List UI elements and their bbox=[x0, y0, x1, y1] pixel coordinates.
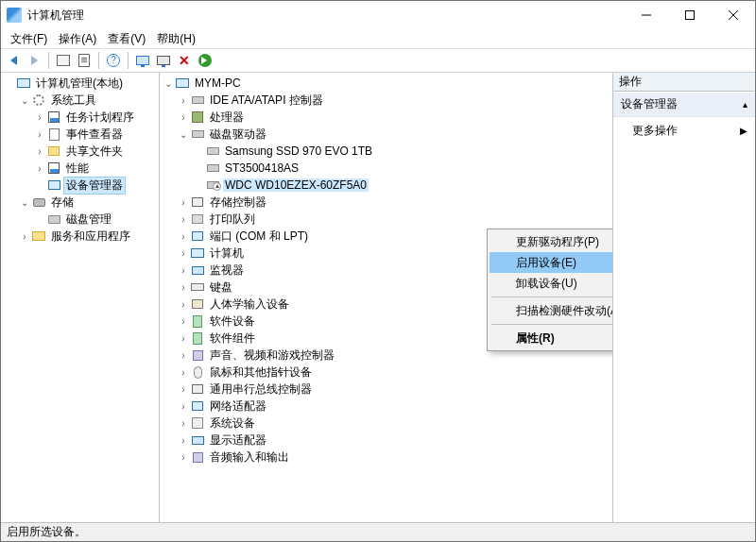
uninstall-button[interactable]: ✕ bbox=[176, 52, 193, 69]
properties-button[interactable] bbox=[76, 52, 93, 69]
ide-icon bbox=[192, 96, 204, 104]
sound-icon bbox=[193, 350, 203, 361]
tree-services-apps[interactable]: ›服务和应用程序 bbox=[18, 228, 159, 245]
svg-rect-1 bbox=[686, 11, 695, 20]
tree-storage[interactable]: ⌄存储 bbox=[18, 194, 159, 211]
menu-view[interactable]: 查看(V) bbox=[102, 31, 151, 47]
cat-print-queues[interactable]: ›打印队列 bbox=[177, 211, 612, 228]
performance-icon bbox=[48, 162, 60, 174]
enable-button[interactable] bbox=[155, 52, 172, 69]
drive-icon bbox=[207, 147, 219, 155]
hid-icon bbox=[192, 299, 203, 309]
toolbar: ? ✕ bbox=[1, 48, 755, 73]
actions-header: 操作 bbox=[613, 73, 755, 92]
storage-icon bbox=[33, 198, 45, 207]
storage-ctrl-icon bbox=[192, 197, 203, 207]
device-tree[interactable]: ⌄MYM-PC ›IDE ATA/ATAPI 控制器 ›处理器 ⌄磁盘驱动器 ›… bbox=[160, 73, 613, 522]
system-devices-icon bbox=[192, 417, 203, 429]
port-icon bbox=[192, 231, 203, 241]
cat-ide[interactable]: ›IDE ATA/ATAPI 控制器 bbox=[177, 92, 612, 109]
cat-display[interactable]: ›显示适配器 bbox=[177, 432, 612, 449]
cm-update-driver[interactable]: 更新驱动程序(P) bbox=[490, 231, 613, 252]
status-text: 启用所选设备。 bbox=[7, 524, 86, 540]
close-button[interactable] bbox=[712, 1, 755, 29]
forward-button[interactable] bbox=[26, 52, 43, 69]
disk-drives-icon bbox=[192, 130, 204, 138]
cat-storage-ctrl[interactable]: ›存储控制器 bbox=[177, 194, 612, 211]
cat-network[interactable]: ›网络适配器 bbox=[177, 398, 612, 415]
tree-disk-management[interactable]: ›磁盘管理 bbox=[33, 211, 159, 228]
drive-icon bbox=[207, 164, 219, 172]
cpu-icon bbox=[192, 111, 203, 123]
cm-separator bbox=[491, 324, 613, 325]
shared-folders-icon bbox=[48, 146, 60, 156]
maximize-button[interactable] bbox=[668, 1, 712, 29]
back-button[interactable] bbox=[5, 52, 22, 69]
tree-root[interactable]: ▸ 计算机管理(本地) bbox=[3, 75, 159, 92]
services-icon bbox=[32, 231, 45, 241]
sw-component-icon bbox=[193, 332, 202, 345]
device-manager-icon bbox=[48, 180, 60, 190]
menu-help[interactable]: 帮助(H) bbox=[151, 31, 201, 47]
monitor-icon bbox=[192, 266, 204, 275]
drive-disabled-icon bbox=[207, 181, 219, 189]
tree-event-viewer[interactable]: ›事件查看器 bbox=[33, 126, 159, 143]
pc-icon bbox=[176, 78, 189, 88]
actions-section-label: 设备管理器 bbox=[621, 96, 678, 112]
cat-usb[interactable]: ›通用串行总线控制器 bbox=[177, 381, 612, 398]
cat-mouse[interactable]: ›鼠标和其他指针设备 bbox=[177, 364, 612, 381]
task-scheduler-icon bbox=[48, 111, 60, 123]
chevron-up-icon: ▴ bbox=[743, 99, 747, 110]
keyboard-icon bbox=[191, 283, 204, 291]
actions-more[interactable]: 更多操作 ▶ bbox=[613, 117, 755, 144]
event-viewer-icon bbox=[49, 128, 60, 141]
printer-icon bbox=[192, 214, 203, 224]
app-icon bbox=[7, 8, 22, 23]
cat-disk-drives[interactable]: ⌄磁盘驱动器 bbox=[177, 126, 612, 143]
mouse-icon bbox=[194, 366, 202, 379]
update-driver-button[interactable] bbox=[197, 52, 214, 69]
scan-button[interactable] bbox=[134, 52, 151, 69]
cat-audio-io[interactable]: ›音频输入和输出 bbox=[177, 449, 612, 466]
actions-more-label: 更多操作 bbox=[632, 123, 678, 139]
statusbar: 启用所选设备。 bbox=[1, 522, 755, 541]
sw-device-icon bbox=[193, 315, 202, 328]
actions-pane: 操作 设备管理器 ▴ 更多操作 ▶ bbox=[613, 73, 755, 522]
computer-icon bbox=[191, 248, 204, 258]
chevron-right-icon: ▶ bbox=[740, 126, 747, 136]
tree-device-manager[interactable]: ›设备管理器 bbox=[33, 177, 159, 194]
cm-uninstall-device[interactable]: 卸载设备(U) bbox=[490, 273, 613, 294]
network-icon bbox=[192, 401, 203, 411]
actions-section-device-manager[interactable]: 设备管理器 ▴ bbox=[613, 93, 755, 117]
menubar: 文件(F) 操作(A) 查看(V) 帮助(H) bbox=[1, 29, 755, 48]
tree-performance[interactable]: ›性能 bbox=[33, 160, 159, 177]
cm-enable-device[interactable]: 启用设备(E) bbox=[490, 252, 613, 273]
show-hide-tree-button[interactable] bbox=[55, 52, 72, 69]
cm-scan-hardware[interactable]: 扫描检测硬件改动(A) bbox=[490, 300, 613, 321]
titlebar: 计算机管理 bbox=[1, 1, 755, 29]
console-tree[interactable]: ▸ 计算机管理(本地) ⌄ 系统工具 ›任务计划程序 bbox=[1, 73, 160, 522]
tree-system-tools[interactable]: ⌄ 系统工具 bbox=[18, 92, 159, 109]
cm-separator bbox=[491, 296, 613, 297]
cat-cpu[interactable]: ›处理器 bbox=[177, 109, 612, 126]
computer-mgmt-icon bbox=[17, 78, 30, 88]
cm-properties[interactable]: 属性(R) bbox=[490, 328, 613, 348]
cat-system-devices[interactable]: ›系统设备 bbox=[177, 415, 612, 432]
menu-action[interactable]: 操作(A) bbox=[53, 31, 102, 47]
display-icon bbox=[192, 436, 204, 445]
minimize-button[interactable] bbox=[625, 1, 668, 29]
context-menu: 更新驱动程序(P) 启用设备(E) 卸载设备(U) 扫描检测硬件改动(A) 属性… bbox=[487, 229, 613, 351]
menu-file[interactable]: 文件(F) bbox=[5, 31, 53, 47]
disk-samsung[interactable]: ›Samsung SSD 970 EVO 1TB bbox=[192, 143, 612, 160]
audio-io-icon bbox=[193, 452, 203, 463]
disk-wdc[interactable]: ›WDC WD10EZEX-60ZF5A0 bbox=[192, 177, 612, 194]
help-button[interactable]: ? bbox=[105, 52, 122, 69]
tree-shared-folders[interactable]: ›共享文件夹 bbox=[33, 143, 159, 160]
device-root[interactable]: ⌄MYM-PC bbox=[162, 75, 612, 92]
usb-icon bbox=[192, 384, 203, 394]
disk-mgmt-icon bbox=[48, 215, 60, 224]
window-title: 计算机管理 bbox=[27, 8, 625, 24]
tree-task-scheduler[interactable]: ›任务计划程序 bbox=[33, 109, 159, 126]
disk-seagate[interactable]: ›ST3500418AS bbox=[192, 160, 612, 177]
tools-icon bbox=[33, 94, 44, 106]
